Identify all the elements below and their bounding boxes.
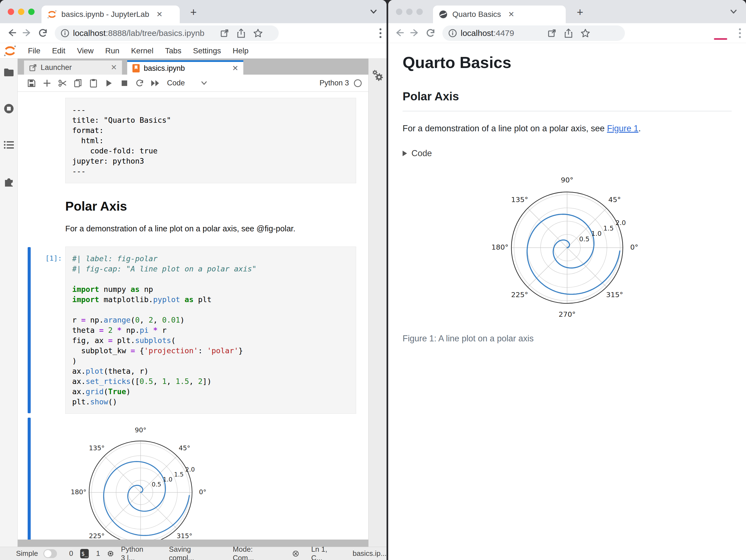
saving-status: Saving compl... (169, 545, 205, 560)
markdown-paragraph: For a demonstration of a line plot on a … (65, 224, 356, 233)
svg-text:270°: 270° (558, 310, 576, 318)
share-icon[interactable] (564, 28, 573, 38)
menu-settings[interactable]: Settings (187, 47, 227, 55)
menu-file[interactable]: File (22, 47, 46, 55)
stop-icon[interactable] (117, 77, 132, 89)
url-text[interactable]: localhost:8888/lab/tree/basics.ipynb (73, 28, 204, 38)
markdown-heading: Polar Axis (65, 199, 356, 214)
svg-text:45°: 45° (608, 196, 621, 204)
kernel-chip-icon (107, 549, 114, 558)
right-sidebar (368, 59, 386, 547)
tab-launcher[interactable]: Launcher ✕ (24, 60, 122, 75)
browser-tab-title: basics.ipynb - JupyterLab (61, 10, 149, 19)
browser-tab[interactable]: Quarto Basics ✕ (433, 5, 566, 23)
window-minimize-button[interactable] (18, 8, 24, 15)
kernel-status-text[interactable]: Python 3 |... (121, 545, 149, 560)
extensions-icon[interactable] (3, 176, 15, 187)
restart-icon[interactable] (132, 77, 148, 89)
browser-tab[interactable]: basics.ipynb - JupyterLab ✕ (41, 5, 180, 23)
menu-edit[interactable]: Edit (46, 47, 71, 55)
reload-icon[interactable] (423, 25, 438, 41)
kebab-menu-icon[interactable] (738, 27, 742, 39)
window-close-button[interactable] (8, 8, 14, 15)
tab-search-chevron-icon[interactable] (369, 8, 378, 15)
notebook-file-icon (132, 64, 140, 73)
code-cell[interactable]: [1]: #| label: fig-polar#| fig-cap: "A l… (18, 246, 368, 414)
output-cell: 0°45°90°135°180°225°270°315°0.51.01.52.0 (18, 417, 368, 539)
tab-close-icon[interactable]: ✕ (232, 65, 238, 72)
tab-search-chevron-icon[interactable] (729, 8, 738, 15)
jupyterlab-browser-window: basics.ipynb - JupyterLab ✕ + localhost:… (0, 0, 386, 560)
figure-1: 0°45°90°135°180°225°270°315°0.51.01.52.0 (403, 166, 731, 330)
tab-close-icon[interactable]: ✕ (508, 11, 515, 18)
window-minimize-button[interactable] (406, 8, 412, 15)
new-tab-button[interactable]: + (190, 6, 197, 19)
info-icon[interactable] (448, 28, 457, 38)
notebook-mode[interactable]: Mode: Com... (233, 545, 265, 560)
status-bar: Simple 0 $_ 1 Python 3 |... Saving compl… (0, 547, 386, 560)
back-icon[interactable] (4, 25, 20, 41)
menu-view[interactable]: View (71, 47, 99, 55)
window-zoom-button[interactable] (28, 8, 34, 15)
star-icon[interactable] (580, 28, 590, 38)
input-collapser[interactable] (28, 247, 31, 413)
star-icon[interactable] (253, 28, 263, 38)
paste-icon[interactable] (86, 77, 101, 89)
tab-close-icon[interactable]: ✕ (156, 11, 163, 18)
svg-text:1.5: 1.5 (174, 471, 184, 478)
kernel-name[interactable]: Python 3 (319, 79, 349, 87)
back-icon[interactable] (392, 25, 407, 41)
cell-type-dropdown[interactable]: Code (167, 79, 185, 87)
chevron-down-icon[interactable] (200, 81, 208, 86)
figure-1-link[interactable]: Figure 1 (607, 123, 638, 133)
notebook-toolbar: Code Python 3 (18, 75, 368, 92)
notification-icon[interactable] (292, 549, 299, 558)
menu-run[interactable]: Run (99, 47, 125, 55)
tab-basics-ipynb[interactable]: basics.ipynb ✕ (127, 60, 243, 75)
yaml-cell[interactable]: ---title: "Quarto Basics"format: html: c… (18, 98, 368, 183)
address-bar[interactable]: localhost:4479 (442, 25, 625, 41)
svg-text:90°: 90° (135, 426, 147, 434)
kernel-status-icon[interactable] (353, 79, 362, 88)
running-icon[interactable] (4, 104, 14, 114)
toc-icon[interactable] (4, 140, 14, 149)
new-tab-button[interactable]: + (577, 6, 583, 19)
polar-plot-figure: 0°45°90°135°180°225°270°315°0.51.01.52.0 (486, 166, 649, 329)
tab-close-icon[interactable]: ✕ (111, 64, 117, 71)
simple-mode-toggle[interactable] (44, 549, 57, 558)
output-collapser[interactable] (28, 418, 31, 539)
jupyter-favicon (47, 9, 57, 19)
quarto-browser-window: Quarto Basics ✕ + localhost:4479 (388, 0, 746, 560)
copy-icon[interactable] (70, 77, 86, 89)
cut-icon[interactable] (55, 77, 70, 89)
save-icon[interactable] (24, 77, 39, 89)
forward-icon[interactable] (20, 25, 35, 41)
forward-icon[interactable] (407, 25, 423, 41)
run-icon[interactable] (101, 77, 117, 89)
open-in-new-icon[interactable] (547, 28, 556, 38)
menu-kernel[interactable]: Kernel (125, 47, 159, 55)
settings-gears-icon[interactable] (372, 70, 384, 82)
folder-icon[interactable] (4, 68, 14, 77)
svg-text:225°: 225° (511, 291, 528, 299)
kebab-menu-icon[interactable] (379, 27, 382, 39)
reload-icon[interactable] (35, 25, 51, 41)
menu-help[interactable]: Help (227, 47, 254, 55)
code-cell-source[interactable]: #| label: fig-polar#| fig-cap: "A line p… (65, 246, 356, 414)
fast-forward-icon[interactable] (148, 77, 163, 89)
open-in-new-icon[interactable] (220, 28, 229, 38)
share-icon[interactable] (236, 28, 246, 38)
code-fold-toggle[interactable]: Code (403, 148, 731, 158)
window-zoom-button[interactable] (417, 8, 423, 15)
terminal-badge-icon[interactable]: $_ (80, 549, 89, 558)
markdown-cell[interactable]: Polar Axis For a demonstration of a line… (18, 185, 368, 233)
window-close-button[interactable] (396, 8, 402, 15)
add-cell-icon[interactable] (39, 77, 55, 89)
statusbar-filename[interactable]: basics.ip... (352, 549, 386, 558)
cursor-position[interactable]: Ln 1, C... (311, 545, 333, 560)
yaml-cell-source[interactable]: ---title: "Quarto Basics"format: html: c… (65, 98, 356, 183)
menu-tabs[interactable]: Tabs (159, 47, 187, 55)
address-bar[interactable]: localhost:8888/lab/tree/basics.ipynb (55, 25, 279, 41)
info-icon[interactable] (60, 28, 70, 38)
url-text[interactable]: localhost:4479 (461, 28, 514, 38)
